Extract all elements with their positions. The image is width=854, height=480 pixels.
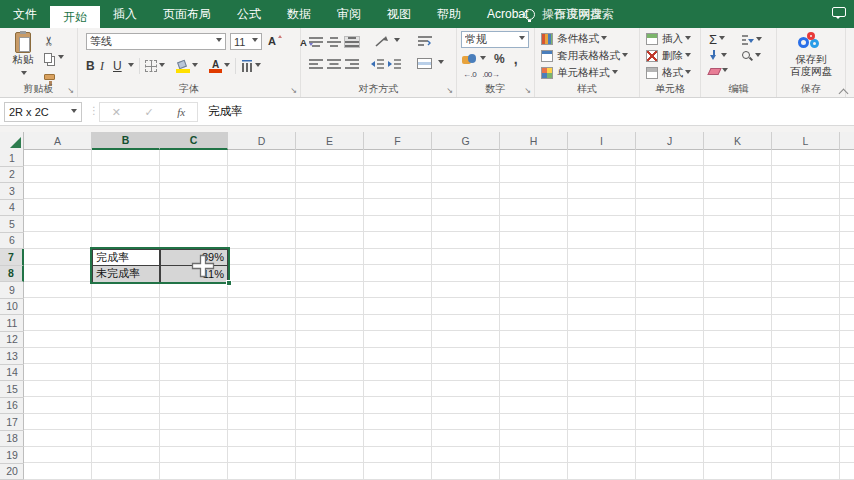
bold-button[interactable]: B — [86, 59, 100, 73]
row-header-19[interactable]: 19 — [0, 447, 24, 464]
row-header-4[interactable]: 4 — [0, 200, 24, 217]
borders-dropdown-icon[interactable] — [159, 63, 165, 70]
align-top-icon[interactable] — [309, 37, 323, 47]
merge-dropdown-icon[interactable] — [438, 60, 444, 67]
fill-color-dropdown-icon[interactable] — [192, 63, 198, 70]
column-header-F[interactable]: F — [364, 132, 432, 150]
format-as-table-button[interactable]: 套用表格格式 — [541, 49, 628, 63]
decrease-decimal-button[interactable]: .00→ — [482, 70, 499, 79]
grid[interactable]: 完成率89%未完成率11% — [24, 150, 854, 480]
save-to-baidu-button[interactable]: 保存到 百度网盘 — [781, 29, 841, 77]
cell-styles-button[interactable]: 单元格样式 — [541, 66, 618, 80]
tab-文件[interactable]: 文件 — [0, 0, 50, 28]
row-header-5[interactable]: 5 — [0, 216, 24, 233]
font-color-icon[interactable]: A — [209, 60, 222, 73]
cell-B7[interactable]: 完成率 — [92, 249, 160, 267]
fill-button[interactable] — [709, 50, 727, 62]
tab-开始[interactable]: 开始 — [50, 6, 100, 28]
autosum-button[interactable]: Σ — [709, 32, 725, 47]
row-header-7[interactable]: 7 — [0, 249, 24, 266]
underline-button[interactable]: U — [113, 59, 126, 73]
alignment-dialog-launcher[interactable]: ↘ — [446, 87, 453, 95]
tab-公式[interactable]: 公式 — [224, 0, 274, 28]
column-header-partial[interactable] — [840, 132, 854, 150]
row-header-17[interactable]: 17 — [0, 414, 24, 431]
tab-数据[interactable]: 数据 — [274, 0, 324, 28]
row-header-18[interactable]: 18 — [0, 431, 24, 448]
column-header-L[interactable]: L — [772, 132, 840, 150]
delete-cells-button[interactable]: 删除 — [646, 49, 691, 63]
copy-button[interactable] — [44, 52, 64, 65]
row-header-2[interactable]: 2 — [0, 167, 24, 184]
number-format-select[interactable]: 常规 — [461, 31, 529, 48]
number-dialog-launcher[interactable]: ↘ — [524, 87, 531, 95]
column-header-B[interactable]: B — [92, 132, 160, 150]
row-header-11[interactable]: 11 — [0, 315, 24, 332]
orientation-dropdown-icon[interactable] — [394, 38, 400, 45]
increase-font-size-button[interactable]: A — [268, 35, 281, 47]
row-header-9[interactable]: 9 — [0, 282, 24, 299]
merge-center-icon[interactable] — [417, 58, 432, 69]
align-right-icon[interactable] — [345, 59, 359, 69]
increase-indent-icon[interactable] — [388, 59, 401, 69]
borders-icon[interactable] — [145, 60, 157, 72]
row-header-12[interactable]: 12 — [0, 332, 24, 349]
column-header-K[interactable]: K — [704, 132, 772, 150]
formula-input[interactable]: 完成率 — [208, 104, 243, 119]
row-header-16[interactable]: 16 — [0, 398, 24, 415]
tab-插入[interactable]: 插入 — [100, 0, 150, 28]
column-header-E[interactable]: E — [296, 132, 364, 150]
tab-审阅[interactable]: 审阅 — [324, 0, 374, 28]
tell-me-search[interactable]: 操作说明搜索 — [524, 0, 614, 28]
cancel-entry-icon[interactable]: ✕ — [112, 106, 121, 119]
align-middle-icon[interactable] — [327, 37, 341, 47]
comments-icon[interactable] — [832, 7, 846, 17]
fill-color-icon[interactable] — [176, 60, 190, 73]
cell-C7[interactable]: 89% — [160, 249, 228, 267]
clipboard-dialog-launcher[interactable]: ↘ — [67, 87, 74, 95]
row-header-15[interactable]: 15 — [0, 381, 24, 398]
accounting-dropdown-icon[interactable] — [480, 56, 486, 63]
select-all-corner[interactable] — [0, 132, 24, 150]
column-header-I[interactable]: I — [568, 132, 636, 150]
tab-帮助[interactable]: 帮助 — [424, 0, 474, 28]
phonetic-guide-icon[interactable] — [241, 60, 253, 72]
clear-button[interactable] — [709, 68, 728, 75]
align-left-icon[interactable] — [309, 59, 323, 69]
row-header-3[interactable]: 3 — [0, 183, 24, 200]
row-header-8[interactable]: 8 — [0, 266, 24, 283]
underline-dropdown-icon[interactable] — [128, 63, 134, 70]
sort-filter-button[interactable] — [741, 34, 762, 46]
align-center-icon[interactable] — [327, 59, 341, 69]
insert-function-icon[interactable]: fx — [177, 106, 185, 118]
font-size-select[interactable]: 11 — [230, 33, 262, 50]
row-header-10[interactable]: 10 — [0, 299, 24, 316]
column-header-C[interactable]: C — [160, 132, 228, 150]
row-header-13[interactable]: 13 — [0, 348, 24, 365]
percent-style-button[interactable]: % — [494, 52, 505, 66]
column-header-J[interactable]: J — [636, 132, 704, 150]
format-cells-button[interactable]: 格式 — [646, 66, 691, 80]
confirm-entry-icon[interactable]: ✓ — [145, 106, 154, 119]
accounting-format-icon[interactable] — [462, 54, 476, 65]
increase-decimal-button[interactable]: ←.0 — [463, 70, 476, 79]
column-header-A[interactable]: A — [24, 132, 92, 150]
font-name-select[interactable]: 等线 — [86, 33, 226, 50]
row-header-1[interactable]: 1 — [0, 150, 24, 167]
name-box[interactable]: 2R x 2C — [4, 102, 82, 122]
tab-视图[interactable]: 视图 — [374, 0, 424, 28]
tab-页面布局[interactable]: 页面布局 — [150, 0, 224, 28]
phonetic-dropdown-icon[interactable] — [255, 63, 261, 70]
cut-button[interactable]: ✂ — [44, 34, 64, 47]
orientation-icon[interactable] — [375, 36, 388, 47]
formula-bar-grip[interactable]: ⋮ — [89, 105, 99, 116]
wrap-text-icon[interactable] — [418, 36, 432, 47]
row-header-14[interactable]: 14 — [0, 365, 24, 382]
column-header-H[interactable]: H — [500, 132, 568, 150]
cell-C8[interactable]: 11% — [160, 265, 228, 283]
column-header-D[interactable]: D — [228, 132, 296, 150]
insert-cells-button[interactable]: 插入 — [646, 32, 691, 46]
find-select-button[interactable] — [741, 50, 761, 62]
row-header-20[interactable]: 20 — [0, 464, 24, 480]
decrease-indent-icon[interactable] — [371, 59, 384, 69]
